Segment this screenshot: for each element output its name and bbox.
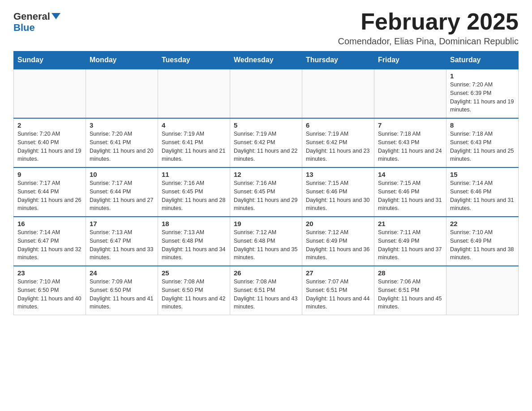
logo: General Blue bbox=[13, 9, 60, 34]
calendar-day-cell: 2Sunrise: 7:20 AM Sunset: 6:40 PM Daylig… bbox=[14, 118, 86, 167]
calendar-day-cell: 18Sunrise: 7:13 AM Sunset: 6:48 PM Dayli… bbox=[158, 217, 230, 266]
calendar-week-row: 9Sunrise: 7:17 AM Sunset: 6:44 PM Daylig… bbox=[14, 167, 519, 217]
day-info: Sunrise: 7:17 AM Sunset: 6:44 PM Dayligh… bbox=[90, 179, 154, 213]
calendar-header: SundayMondayTuesdayWednesdayThursdayFrid… bbox=[14, 51, 519, 69]
day-info: Sunrise: 7:08 AM Sunset: 6:51 PM Dayligh… bbox=[234, 278, 298, 311]
day-info: Sunrise: 7:15 AM Sunset: 6:46 PM Dayligh… bbox=[378, 179, 442, 213]
logo-blue-text: Blue bbox=[13, 22, 35, 34]
page-header: General Blue February 2025 Comendador, E… bbox=[13, 9, 519, 47]
day-number: 10 bbox=[90, 171, 154, 178]
day-info: Sunrise: 7:14 AM Sunset: 6:46 PM Dayligh… bbox=[450, 179, 515, 213]
calendar-day-cell: 11Sunrise: 7:16 AM Sunset: 6:45 PM Dayli… bbox=[158, 167, 230, 217]
calendar-day-header: Thursday bbox=[302, 51, 374, 69]
calendar-day-cell: 8Sunrise: 7:18 AM Sunset: 6:43 PM Daylig… bbox=[446, 118, 519, 167]
calendar-day-cell bbox=[158, 69, 230, 118]
day-number: 2 bbox=[17, 121, 82, 129]
calendar-day-cell bbox=[446, 266, 519, 315]
calendar-day-cell: 19Sunrise: 7:12 AM Sunset: 6:48 PM Dayli… bbox=[230, 217, 302, 266]
day-info: Sunrise: 7:13 AM Sunset: 6:47 PM Dayligh… bbox=[90, 228, 154, 262]
calendar-day-cell: 5Sunrise: 7:19 AM Sunset: 6:42 PM Daylig… bbox=[230, 118, 302, 167]
calendar-day-cell: 3Sunrise: 7:20 AM Sunset: 6:41 PM Daylig… bbox=[86, 118, 158, 167]
calendar-day-cell: 24Sunrise: 7:09 AM Sunset: 6:50 PM Dayli… bbox=[86, 266, 158, 315]
day-number: 12 bbox=[234, 171, 298, 178]
calendar-day-cell: 7Sunrise: 7:18 AM Sunset: 6:43 PM Daylig… bbox=[374, 118, 446, 167]
day-info: Sunrise: 7:08 AM Sunset: 6:50 PM Dayligh… bbox=[162, 278, 226, 311]
day-info: Sunrise: 7:07 AM Sunset: 6:51 PM Dayligh… bbox=[306, 278, 370, 311]
calendar-day-header: Tuesday bbox=[158, 51, 230, 69]
calendar-header-row: SundayMondayTuesdayWednesdayThursdayFrid… bbox=[14, 51, 519, 69]
day-info: Sunrise: 7:16 AM Sunset: 6:45 PM Dayligh… bbox=[162, 179, 226, 213]
calendar-day-cell: 9Sunrise: 7:17 AM Sunset: 6:44 PM Daylig… bbox=[14, 167, 86, 217]
day-number: 13 bbox=[306, 171, 370, 178]
day-number: 17 bbox=[90, 220, 154, 227]
day-info: Sunrise: 7:12 AM Sunset: 6:48 PM Dayligh… bbox=[234, 228, 298, 262]
calendar-day-cell: 21Sunrise: 7:11 AM Sunset: 6:49 PM Dayli… bbox=[374, 217, 446, 266]
day-number: 19 bbox=[234, 220, 298, 227]
calendar-day-cell bbox=[374, 69, 446, 118]
logo-general-text: General bbox=[13, 11, 50, 22]
day-number: 14 bbox=[378, 171, 442, 178]
calendar-day-header: Sunday bbox=[14, 51, 86, 69]
day-info: Sunrise: 7:09 AM Sunset: 6:50 PM Dayligh… bbox=[90, 278, 154, 311]
calendar-day-cell: 15Sunrise: 7:14 AM Sunset: 6:46 PM Dayli… bbox=[446, 167, 519, 217]
day-number: 7 bbox=[378, 121, 442, 129]
calendar-day-header: Wednesday bbox=[230, 51, 302, 69]
day-info: Sunrise: 7:06 AM Sunset: 6:51 PM Dayligh… bbox=[378, 278, 442, 311]
calendar-day-cell bbox=[302, 69, 374, 118]
day-number: 15 bbox=[450, 171, 515, 178]
location-subtitle: Comendador, Elias Pina, Dominican Republ… bbox=[338, 36, 519, 47]
calendar-day-cell: 23Sunrise: 7:10 AM Sunset: 6:50 PM Dayli… bbox=[14, 266, 86, 315]
day-number: 5 bbox=[234, 121, 298, 129]
calendar-day-cell: 25Sunrise: 7:08 AM Sunset: 6:50 PM Dayli… bbox=[158, 266, 230, 315]
day-info: Sunrise: 7:15 AM Sunset: 6:46 PM Dayligh… bbox=[306, 179, 370, 213]
calendar-day-cell: 14Sunrise: 7:15 AM Sunset: 6:46 PM Dayli… bbox=[374, 167, 446, 217]
calendar-day-cell: 20Sunrise: 7:12 AM Sunset: 6:49 PM Dayli… bbox=[302, 217, 374, 266]
day-info: Sunrise: 7:10 AM Sunset: 6:50 PM Dayligh… bbox=[17, 278, 82, 311]
day-number: 22 bbox=[450, 220, 515, 227]
day-number: 26 bbox=[234, 269, 298, 277]
day-number: 27 bbox=[306, 269, 370, 277]
calendar-day-cell: 4Sunrise: 7:19 AM Sunset: 6:41 PM Daylig… bbox=[158, 118, 230, 167]
day-number: 3 bbox=[90, 121, 154, 129]
calendar-day-cell: 17Sunrise: 7:13 AM Sunset: 6:47 PM Dayli… bbox=[86, 217, 158, 266]
day-number: 28 bbox=[378, 269, 442, 277]
day-number: 18 bbox=[162, 220, 226, 227]
calendar-table: SundayMondayTuesdayWednesdayThursdayFrid… bbox=[13, 51, 519, 315]
day-info: Sunrise: 7:18 AM Sunset: 6:43 PM Dayligh… bbox=[450, 130, 515, 163]
day-info: Sunrise: 7:17 AM Sunset: 6:44 PM Dayligh… bbox=[17, 179, 82, 213]
calendar-day-header: Monday bbox=[86, 51, 158, 69]
day-number: 21 bbox=[378, 220, 442, 227]
calendar-day-header: Saturday bbox=[446, 51, 519, 69]
calendar-day-cell: 22Sunrise: 7:10 AM Sunset: 6:49 PM Dayli… bbox=[446, 217, 519, 266]
calendar-body: 1Sunrise: 7:20 AM Sunset: 6:39 PM Daylig… bbox=[14, 69, 519, 315]
calendar-day-cell: 6Sunrise: 7:19 AM Sunset: 6:42 PM Daylig… bbox=[302, 118, 374, 167]
calendar-day-cell: 26Sunrise: 7:08 AM Sunset: 6:51 PM Dayli… bbox=[230, 266, 302, 315]
day-info: Sunrise: 7:11 AM Sunset: 6:49 PM Dayligh… bbox=[378, 228, 442, 262]
calendar-week-row: 1Sunrise: 7:20 AM Sunset: 6:39 PM Daylig… bbox=[14, 69, 519, 118]
calendar-day-cell: 10Sunrise: 7:17 AM Sunset: 6:44 PM Dayli… bbox=[86, 167, 158, 217]
day-number: 8 bbox=[450, 121, 515, 129]
day-number: 1 bbox=[450, 72, 515, 80]
calendar-day-cell: 13Sunrise: 7:15 AM Sunset: 6:46 PM Dayli… bbox=[302, 167, 374, 217]
day-number: 11 bbox=[162, 171, 226, 178]
title-section: February 2025 Comendador, Elias Pina, Do… bbox=[338, 9, 519, 47]
day-info: Sunrise: 7:12 AM Sunset: 6:49 PM Dayligh… bbox=[306, 228, 370, 262]
calendar-day-cell bbox=[230, 69, 302, 118]
calendar-day-cell bbox=[86, 69, 158, 118]
day-number: 4 bbox=[162, 121, 226, 129]
calendar-day-cell: 16Sunrise: 7:14 AM Sunset: 6:47 PM Dayli… bbox=[14, 217, 86, 266]
day-info: Sunrise: 7:16 AM Sunset: 6:45 PM Dayligh… bbox=[234, 179, 298, 213]
day-number: 24 bbox=[90, 269, 154, 277]
calendar-day-header: Friday bbox=[374, 51, 446, 69]
day-info: Sunrise: 7:14 AM Sunset: 6:47 PM Dayligh… bbox=[17, 228, 82, 262]
day-info: Sunrise: 7:13 AM Sunset: 6:48 PM Dayligh… bbox=[162, 228, 226, 262]
calendar-week-row: 16Sunrise: 7:14 AM Sunset: 6:47 PM Dayli… bbox=[14, 217, 519, 266]
day-number: 9 bbox=[17, 171, 82, 178]
day-info: Sunrise: 7:10 AM Sunset: 6:49 PM Dayligh… bbox=[450, 228, 515, 262]
day-number: 20 bbox=[306, 220, 370, 227]
day-info: Sunrise: 7:18 AM Sunset: 6:43 PM Dayligh… bbox=[378, 130, 442, 163]
day-info: Sunrise: 7:20 AM Sunset: 6:40 PM Dayligh… bbox=[17, 130, 82, 163]
day-info: Sunrise: 7:20 AM Sunset: 6:39 PM Dayligh… bbox=[450, 81, 515, 114]
calendar-day-cell: 1Sunrise: 7:20 AM Sunset: 6:39 PM Daylig… bbox=[446, 69, 519, 118]
day-number: 6 bbox=[306, 121, 370, 129]
